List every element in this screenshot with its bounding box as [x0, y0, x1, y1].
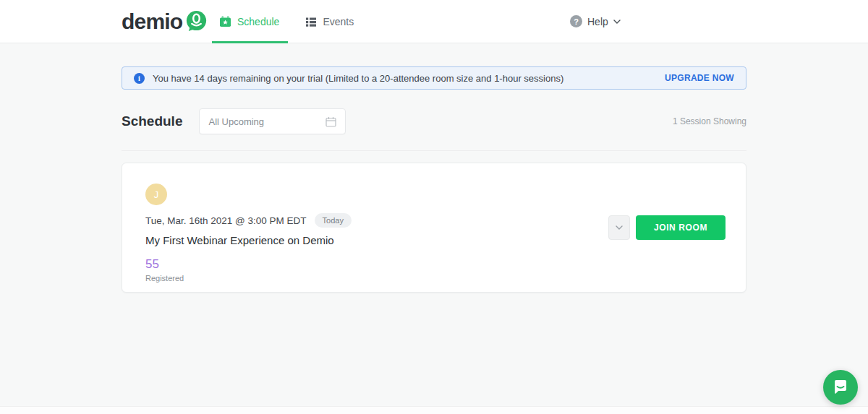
demio-logo[interactable]: demio — [122, 9, 208, 34]
date-filter-select[interactable]: All Upcoming — [199, 108, 346, 134]
help-menu[interactable]: ? Help — [570, 0, 621, 43]
main-content: i You have 14 days remaining on your tri… — [122, 66, 746, 293]
page-title: Schedule — [122, 113, 182, 129]
question-mark-icon: ? — [570, 15, 582, 27]
list-icon — [305, 16, 317, 27]
session-card: J Tue, Mar. 16th 2021 @ 3:00 PM EDT Toda… — [122, 163, 746, 293]
upgrade-now-link[interactable]: UPGRADE NOW — [665, 73, 734, 83]
tab-schedule[interactable]: Schedule — [219, 0, 279, 43]
trial-message: You have 14 days remaining on your trial… — [153, 73, 563, 84]
info-icon: i — [134, 73, 145, 84]
logo-wordmark: demio — [122, 9, 182, 34]
main-nav: Schedule Events — [219, 0, 354, 43]
chat-bubble-icon — [832, 379, 849, 396]
trial-banner: i You have 14 days remaining on your tri… — [122, 66, 746, 90]
chat-launcher-button[interactable] — [823, 370, 858, 405]
session-options-dropdown-button[interactable] — [608, 215, 630, 240]
join-room-button[interactable]: JOIN ROOM — [636, 215, 726, 240]
tab-schedule-label: Schedule — [237, 16, 279, 27]
footer-strip — [0, 406, 868, 414]
registered-stats: 55 Registered — [145, 257, 723, 283]
session-count: 1 Session Showing — [673, 116, 746, 126]
top-navbar: demio Schedule — [0, 0, 868, 43]
chevron-down-icon — [613, 20, 621, 24]
schedule-header-row: Schedule All Upcoming 1 Session Showing — [122, 108, 746, 134]
session-datetime: Tue, Mar. 16th 2021 @ 3:00 PM EDT — [145, 215, 307, 226]
calendar-star-icon — [219, 15, 231, 27]
avatar: J — [145, 184, 167, 205]
demio-bubble-icon — [184, 9, 208, 33]
session-actions: JOIN ROOM — [608, 215, 726, 240]
help-label: Help — [587, 16, 608, 27]
tab-events-label: Events — [323, 16, 354, 27]
registered-count: 55 — [145, 257, 723, 272]
filter-value: All Upcoming — [208, 116, 264, 127]
registered-label: Registered — [145, 274, 723, 283]
section-divider — [122, 150, 746, 151]
today-badge: Today — [315, 213, 352, 228]
tab-events[interactable]: Events — [305, 0, 354, 43]
calendar-icon — [326, 116, 336, 127]
